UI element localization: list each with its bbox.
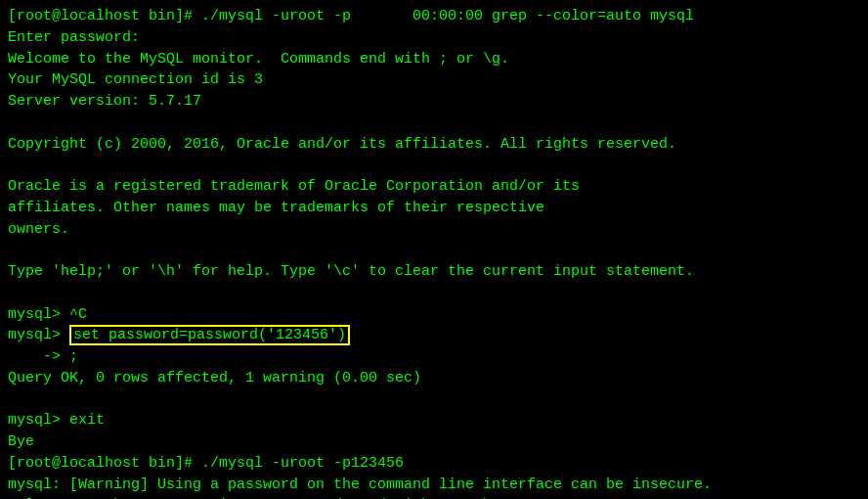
terminal-line: mysql: [Warning] Using a password on the… xyxy=(8,475,860,496)
terminal-line: [root@localhost bin]# ./mysql -uroot -p … xyxy=(8,6,860,27)
terminal-line: mysql> ^C xyxy=(8,304,860,326)
terminal-line: Bye xyxy=(8,431,860,453)
mysql-prompt: mysql> xyxy=(8,327,69,343)
terminal-line: Oracle is a registered trademark of Orac… xyxy=(8,176,860,198)
highlighted-command: set password=password('123456') xyxy=(69,325,350,345)
terminal-line: [root@localhost bin]# ./mysql -uroot -p1… xyxy=(8,453,860,475)
terminal-line: Copyright (c) 2000, 2016, Oracle and/or … xyxy=(8,134,860,156)
terminal-line-blank xyxy=(8,113,860,134)
terminal-line-blank xyxy=(8,155,860,176)
terminal-line: Welcome to the MySQL monitor. Commands e… xyxy=(8,49,860,70)
terminal-line: Enter password: xyxy=(8,27,860,49)
terminal-line: -> ; xyxy=(8,346,860,368)
terminal-window: [root@localhost bin]# ./mysql -uroot -p … xyxy=(0,0,868,499)
terminal-line: owners. xyxy=(8,219,860,241)
terminal-line: Query OK, 0 rows affected, 1 warning (0.… xyxy=(8,368,860,389)
terminal-line: Your MySQL connection id is 3 xyxy=(8,69,860,91)
terminal-line: mysql> exit xyxy=(8,410,860,431)
terminal-line-blank xyxy=(8,283,860,304)
terminal-line: affiliates. Other names may be trademark… xyxy=(8,198,860,219)
terminal-line-blank xyxy=(8,240,860,261)
terminal-line-blank xyxy=(8,389,860,411)
terminal-line: Welcome to the MySQL monitor. Commands e… xyxy=(8,495,860,499)
terminal-highlighted-line: mysql> set password=password('123456') xyxy=(8,325,860,346)
terminal-line: Type 'help;' or '\h' for help. Type '\c'… xyxy=(8,261,860,283)
terminal-line: Server version: 5.7.17 xyxy=(8,91,860,113)
